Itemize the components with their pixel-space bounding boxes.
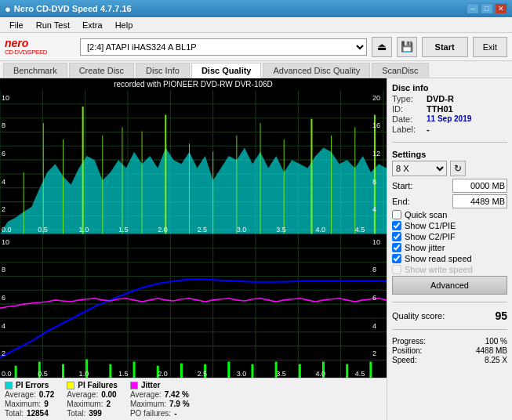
- type-label: Type:: [392, 94, 423, 103]
- svg-text:0.5: 0.5: [38, 226, 48, 234]
- divider-2: [392, 302, 507, 302]
- close-button[interactable]: ✕: [495, 3, 507, 14]
- date-label: Date:: [392, 114, 423, 124]
- svg-text:8: 8: [2, 266, 5, 273]
- pi-errors-total-value: 12854: [27, 409, 49, 418]
- quick-scan-label: Quick scan: [405, 210, 447, 219]
- svg-text:2.0: 2.0: [158, 370, 168, 378]
- menu-bar: File Run Test Extra Help: [0, 17, 512, 33]
- refresh-button[interactable]: ↻: [450, 161, 466, 176]
- svg-text:0.5: 0.5: [38, 370, 48, 378]
- settings-section: Settings 8 X ↻ Start: End: Quick scan: [392, 150, 507, 295]
- jitter-max-value: 7.9 %: [169, 400, 190, 408]
- svg-text:12: 12: [372, 150, 380, 158]
- quality-section: Quality score: 95: [392, 310, 507, 322]
- show-write-speed-label: Show write speed: [405, 265, 473, 274]
- jitter-max-label: Maximum:: [130, 400, 166, 408]
- tab-disc-info[interactable]: Disc Info: [136, 63, 190, 78]
- svg-text:4: 4: [2, 177, 5, 185]
- svg-text:16: 16: [372, 121, 380, 129]
- svg-text:4.5: 4.5: [355, 370, 365, 378]
- disc-info-section: Disc info Type: DVD-R ID: TTH01 Date: 11…: [392, 83, 507, 135]
- svg-rect-59: [0, 234, 387, 378]
- show-jitter-checkbox[interactable]: [392, 243, 401, 252]
- toolbar: nero CD·DVD/SPEED [2:4] ATAPI iHAS324 A …: [0, 33, 512, 61]
- menu-help[interactable]: Help: [109, 19, 140, 31]
- drive-select[interactable]: [2:4] ATAPI iHAS324 A BL1P: [80, 38, 367, 56]
- quick-scan-checkbox[interactable]: [392, 210, 401, 219]
- tab-advanced-disc-quality[interactable]: Advanced Disc Quality: [263, 63, 370, 78]
- svg-text:4.0: 4.0: [315, 226, 325, 234]
- po-failures-value: -: [174, 409, 176, 418]
- settings-title: Settings: [392, 150, 507, 159]
- tab-benchmark[interactable]: Benchmark: [3, 63, 67, 78]
- svg-text:4.5: 4.5: [355, 226, 365, 234]
- pi-errors-color: [5, 382, 13, 389]
- minimize-button[interactable]: ─: [467, 3, 479, 14]
- svg-text:2.0: 2.0: [158, 226, 168, 234]
- menu-extra[interactable]: Extra: [76, 19, 109, 31]
- tab-scan-disc[interactable]: ScanDisc: [372, 63, 428, 78]
- svg-text:8: 8: [372, 177, 376, 185]
- main-content: recorded with PIONEER DVD-RW DVR-106D: [0, 78, 512, 420]
- tab-create-disc[interactable]: Create Disc: [69, 63, 134, 78]
- svg-text:1.5: 1.5: [118, 226, 129, 234]
- end-range-input[interactable]: [452, 194, 507, 208]
- svg-text:4: 4: [372, 321, 376, 329]
- window-title: Nero CD-DVD Speed 4.7.7.16: [14, 4, 132, 13]
- maximize-button[interactable]: □: [481, 3, 493, 14]
- menu-run-test[interactable]: Run Test: [30, 19, 76, 31]
- svg-text:2: 2: [2, 205, 5, 213]
- jitter-stats: Jitter Average: 7.42 % Maximum: 7.9 % PO…: [130, 381, 190, 418]
- speed-value: 8.25 X: [485, 356, 507, 364]
- svg-text:2: 2: [372, 349, 376, 357]
- po-failures-label: PO failures:: [130, 409, 171, 418]
- id-label: ID:: [392, 104, 423, 114]
- title-bar-left: ● Nero CD-DVD Speed 4.7.7.16: [5, 3, 132, 15]
- svg-text:4: 4: [372, 205, 376, 213]
- show-read-speed-label: Show read speed: [405, 254, 472, 263]
- svg-text:3.5: 3.5: [276, 226, 286, 234]
- end-range-label: End:: [392, 197, 410, 206]
- quality-score-label: Quality score:: [392, 311, 445, 320]
- svg-text:8: 8: [2, 121, 5, 129]
- svg-text:10: 10: [2, 93, 9, 101]
- pi-failures-avg-label: Average:: [67, 390, 98, 399]
- exit-button[interactable]: Exit: [473, 37, 507, 57]
- nero-logo: nero CD·DVD/SPEED: [5, 36, 75, 58]
- show-write-speed-checkbox[interactable]: [392, 265, 401, 274]
- pi-errors-avg-label: Average:: [5, 390, 36, 399]
- svg-text:2.5: 2.5: [198, 226, 208, 234]
- show-c2pif-checkbox[interactable]: [392, 232, 401, 241]
- svg-text:10: 10: [2, 237, 9, 245]
- pi-failures-color: [67, 382, 74, 389]
- pi-errors-stats: PI Errors Average: 0.72 Maximum: 9 Total…: [5, 381, 54, 418]
- speed-select[interactable]: 8 X: [392, 161, 447, 176]
- show-c1pie-checkbox[interactable]: [392, 221, 401, 230]
- pi-failures-total-label: Total:: [67, 409, 85, 418]
- save-icon[interactable]: 💾: [397, 37, 417, 57]
- jitter-color: [130, 382, 138, 389]
- show-c2pif-label: Show C2/PIF: [405, 232, 456, 241]
- svg-text:0.0: 0.0: [2, 226, 12, 234]
- date-value: 11 Sep 2019: [427, 114, 471, 124]
- menu-file[interactable]: File: [3, 19, 30, 31]
- start-range-label: Start:: [392, 181, 412, 190]
- upper-chart-svg: 10 8 6 4 2 20 16 12 8 4 0.0 0.5 1.0 1.5 …: [0, 90, 387, 234]
- label-value: -: [427, 125, 430, 134]
- jitter-label: Jitter: [141, 381, 160, 389]
- svg-text:3.0: 3.0: [237, 226, 247, 234]
- jitter-avg-value: 7.42 %: [165, 390, 189, 399]
- start-button[interactable]: Start: [422, 37, 468, 57]
- pi-failures-label: PI Failures: [78, 381, 118, 389]
- quality-score-value: 95: [495, 310, 507, 322]
- progress-value: 100 %: [485, 337, 507, 346]
- eject-icon[interactable]: ⏏: [372, 37, 392, 57]
- svg-text:1.5: 1.5: [118, 370, 129, 378]
- speed-label: Speed:: [392, 356, 417, 364]
- show-read-speed-checkbox[interactable]: [392, 254, 401, 263]
- tab-disc-quality[interactable]: Disc Quality: [191, 63, 262, 78]
- progress-label: Progress:: [392, 337, 426, 346]
- advanced-button[interactable]: Advanced: [392, 276, 507, 295]
- start-range-input[interactable]: [452, 179, 507, 193]
